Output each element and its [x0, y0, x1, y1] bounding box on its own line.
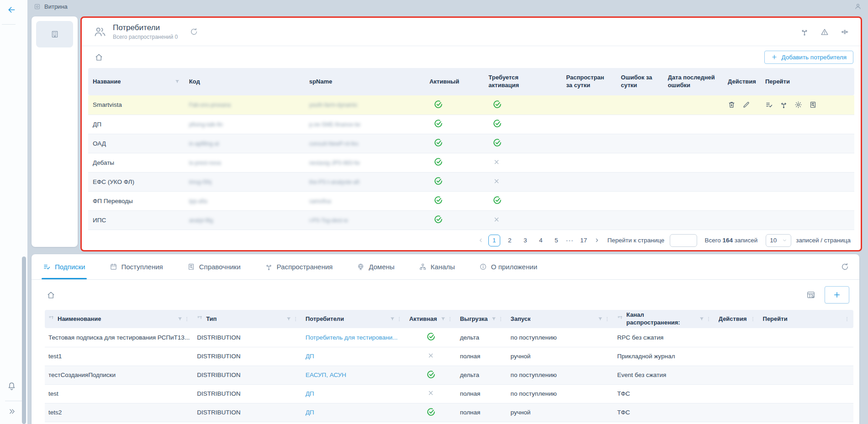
scrollbar[interactable]	[22, 256, 26, 424]
redacted-spname: samofisa	[309, 198, 331, 204]
subscription-row[interactable]: test DISTRIBUTION ДП полная по поступлен…	[45, 384, 853, 403]
sort-icon[interactable]	[48, 315, 54, 323]
check-circle-icon	[427, 408, 435, 416]
column-header: Название	[88, 68, 185, 95]
expand-icon[interactable]	[8, 408, 16, 415]
consumer-row[interactable]: ФП Переводы tpp-afia samofisa	[88, 191, 854, 210]
subscription-row[interactable]: тестСозданияПодписки DISTRIBUTION ЕАСУП,…	[45, 366, 853, 384]
app-title: Витрина	[44, 3, 68, 10]
x-mark-icon	[493, 216, 500, 223]
pagination: 12345•••17 Перейти к странице Всего 164 …	[82, 230, 861, 247]
page-size-select[interactable]: 10	[766, 234, 791, 247]
filter-icon[interactable]	[390, 316, 395, 322]
page-number[interactable]: 3	[519, 235, 531, 246]
chevron-down-icon	[782, 238, 787, 243]
refresh-icon[interactable]	[841, 262, 849, 271]
sort-icon[interactable]	[617, 315, 623, 323]
bell-icon[interactable]	[7, 382, 16, 391]
consumers-link[interactable]: ДП	[306, 409, 314, 416]
consumers-link[interactable]: ДП	[306, 353, 314, 360]
page-size-label: записей / страница	[796, 237, 851, 244]
add-consumer-button[interactable]: Добавить потребителя	[764, 51, 853, 64]
tab-4[interactable]: Домены	[355, 254, 396, 279]
tab-6[interactable]: О приложении	[478, 254, 539, 279]
kebab-icon[interactable]	[706, 316, 711, 322]
table-settings-icon[interactable]	[806, 290, 815, 299]
column-header: Дата последней ошибки	[663, 68, 723, 95]
home-icon[interactable]	[47, 291, 55, 299]
filter-icon[interactable]	[286, 316, 291, 322]
sort-icon[interactable]	[197, 315, 203, 323]
kebab-icon[interactable]	[447, 316, 453, 322]
check-circle-icon	[434, 157, 443, 166]
consumer-row[interactable]: ОАД in-apfifing-al consult-NewP-nt-fes	[88, 134, 854, 153]
edit-icon[interactable]	[742, 101, 750, 109]
filter-icon[interactable]	[598, 316, 603, 322]
refresh-icon[interactable]	[190, 27, 198, 36]
filter-icon[interactable]	[177, 316, 183, 322]
kebab-icon[interactable]	[844, 316, 850, 322]
next-page-icon[interactable]	[594, 237, 600, 243]
filter-icon[interactable]	[175, 79, 180, 84]
consumer-row[interactable]: ЕФС (УКО ФЛ) tmsg-f3hj the-PS-t-analyste…	[88, 172, 854, 191]
workspace-panel	[32, 16, 78, 247]
kebab-icon[interactable]	[604, 316, 610, 322]
channels-icon	[419, 263, 427, 271]
column-header: Действия	[715, 310, 759, 328]
check-circle-icon	[434, 177, 443, 185]
warning-icon[interactable]	[820, 28, 829, 36]
column-header: Перейти	[759, 310, 853, 328]
consumer-row[interactable]: ИПС analyt-f8g i-PS-Tsg-dest-w	[88, 210, 854, 230]
consumer-row[interactable]: Дебаты tx-prest-nova nestasig-JPS-683-fw	[88, 153, 854, 172]
page-number[interactable]: 2	[504, 235, 516, 246]
tab-3[interactable]: Распространения	[264, 254, 334, 279]
subscription-row[interactable]: Тестовая подписка для тестирования РСПиТ…	[45, 328, 853, 347]
home-icon[interactable]	[95, 53, 103, 62]
add-subscription-button[interactable]	[825, 286, 849, 304]
tab-1[interactable]: Поступления	[108, 254, 164, 279]
consumer-name: ИПС	[88, 210, 185, 230]
consumers-link[interactable]: ЕАСУП, АСУН	[306, 372, 346, 378]
consumers-link[interactable]: ДП	[306, 390, 314, 397]
tab-2[interactable]: Справочники	[186, 254, 242, 279]
tab-0[interactable]: Подписки	[42, 254, 87, 279]
app-icon	[34, 3, 41, 10]
subscription-row[interactable]: tets2 DISTRIBUTION ДП полная ручной ТФС	[45, 403, 853, 422]
subscription-name: test1	[45, 347, 193, 366]
journal-icon[interactable]	[809, 101, 817, 109]
redacted-spname: nestasig-JPS-683-fw	[309, 160, 360, 166]
consumer-row[interactable]: Smartvista Fab-ons-proxana youth-farm-dy…	[88, 95, 854, 115]
back-icon[interactable]	[7, 5, 16, 15]
collapse-icon[interactable]	[841, 28, 849, 36]
filter-icon[interactable]	[491, 316, 497, 322]
workspace-item[interactable]	[36, 21, 73, 47]
consumer-row[interactable]: ДП pfising-talk-fin p.ne-SME-finance-tw	[88, 115, 854, 134]
page-number[interactable]: 17	[577, 235, 589, 246]
kebab-icon[interactable]	[498, 316, 503, 322]
subscription-row[interactable]: test1 DISTRIBUTION ДП полная ручной Прик…	[45, 347, 853, 366]
consumers-link[interactable]: Потребитель для тестировани...	[306, 334, 398, 341]
column-header: Перейти	[761, 68, 854, 95]
subscriptions-icon[interactable]	[765, 101, 773, 109]
kebab-icon[interactable]	[750, 316, 756, 322]
prev-page-icon[interactable]	[478, 237, 484, 243]
filter-icon[interactable]	[440, 316, 446, 322]
tab-5[interactable]: Каналы	[418, 254, 456, 279]
delete-icon[interactable]	[728, 101, 736, 109]
settings-icon[interactable]	[794, 101, 802, 109]
redacted-code: analyt-f8g	[189, 217, 213, 224]
kebab-icon[interactable]	[184, 316, 190, 322]
goto-page-input[interactable]	[670, 234, 697, 247]
page-number[interactable]: 1	[488, 235, 500, 246]
kebab-icon[interactable]	[293, 316, 298, 322]
page-number[interactable]: 4	[535, 235, 547, 246]
topbar: Витрина	[27, 0, 868, 13]
kebab-icon[interactable]	[397, 316, 402, 322]
filter-icon[interactable]	[699, 316, 704, 322]
user-icon[interactable]	[854, 3, 862, 10]
page-ellipsis[interactable]: •••	[566, 238, 574, 243]
distribute-icon[interactable]	[780, 101, 788, 109]
distribute-icon[interactable]	[800, 28, 809, 36]
page-number[interactable]: 5	[550, 235, 562, 246]
column-header: Код	[185, 68, 305, 95]
